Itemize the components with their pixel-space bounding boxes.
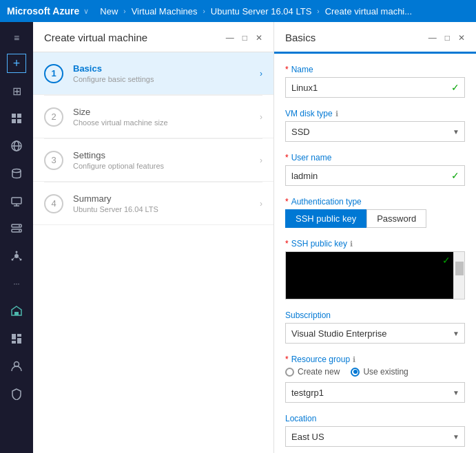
step-4-desc: Ubuntu Server 16.04 LTS — [73, 205, 260, 213]
wizard-panel: Create virtual machine — □ ✕ 1 Basics Co… — [33, 22, 274, 453]
breadcrumb-vms[interactable]: Virtual Machines — [132, 6, 198, 17]
hamburger-menu-icon[interactable]: ≡ — [4, 28, 29, 48]
storage-icon[interactable] — [4, 216, 29, 241]
svg-line-21 — [13, 257, 14, 259]
resource-group-label: Resource group ℹ — [285, 355, 465, 364]
step-1-number: 1 — [44, 64, 63, 83]
step-2-number: 2 — [44, 107, 63, 127]
vm-disk-select[interactable]: SSD HDD — [285, 121, 465, 142]
wizard-step-size[interactable]: 2 Size Choose virtual machine size › — [33, 96, 273, 138]
location-select[interactable]: East US — [285, 426, 465, 447]
wizard-close-button[interactable]: ✕ — [256, 33, 262, 43]
main-layout: ≡ + ⊞ ··· — [0, 22, 476, 453]
ssh-key-label: SSH public key ℹ — [285, 239, 465, 249]
marketplace-icon[interactable] — [4, 299, 29, 324]
breadcrumb-new[interactable]: New — [100, 6, 118, 17]
vm-disk-field-group: VM disk type ℹ SSD HDD ▼ — [285, 109, 465, 142]
password-button[interactable]: Password — [366, 209, 426, 228]
ssh-key-info-icon[interactable]: ℹ — [350, 240, 353, 249]
vm-disk-info-icon[interactable]: ℹ — [335, 109, 338, 118]
create-new-radio[interactable] — [285, 368, 294, 377]
create-new-option[interactable]: Create new — [285, 367, 340, 377]
username-input[interactable] — [285, 165, 465, 186]
svg-rect-0 — [12, 114, 16, 118]
form-minimize-button[interactable]: — — [428, 33, 437, 43]
wizard-panel-header: Create virtual machine — □ ✕ — [33, 22, 273, 52]
svg-rect-27 — [17, 338, 21, 344]
ssh-key-checkmark-icon: ✓ — [442, 255, 451, 266]
step-3-number: 3 — [44, 151, 63, 170]
vm-disk-label: VM disk type ℹ — [285, 109, 465, 118]
step-2-chevron: › — [260, 112, 262, 122]
subscription-select[interactable]: Visual Studio Enterprise — [285, 323, 465, 344]
breadcrumb-sep-2: › — [123, 8, 125, 15]
step-1-name: Basics — [73, 63, 260, 74]
wizard-steps: 1 Basics Configure basic settings › 2 Si… — [33, 52, 273, 453]
brand-logo[interactable]: Microsoft Azure — [7, 6, 79, 17]
step-4-chevron: › — [260, 199, 262, 209]
auth-type-field-group: Authentication type SSH public key Passw… — [285, 197, 465, 228]
svg-point-13 — [19, 225, 20, 226]
resource-group-select[interactable]: testgrp1 — [285, 382, 465, 403]
resource-group-select-wrapper: testgrp1 ▼ — [285, 382, 465, 403]
svg-rect-1 — [17, 114, 21, 118]
wizard-step-settings[interactable]: 3 Settings Configure optional features › — [33, 139, 273, 182]
globe-icon[interactable] — [4, 134, 29, 158]
all-resources-icon[interactable] — [4, 106, 29, 131]
ssh-key-content — [286, 252, 453, 299]
form-maximize-button[interactable]: □ — [445, 33, 450, 43]
ssh-key-button[interactable]: SSH public key — [285, 209, 366, 228]
step-3-desc: Configure optional features — [73, 162, 260, 170]
username-checkmark-icon: ✓ — [451, 170, 459, 181]
wizard-panel-controls: — □ ✕ — [226, 33, 262, 43]
location-field-group: Location East US ▼ — [285, 414, 465, 447]
sql-icon[interactable] — [4, 161, 29, 186]
username-label: User name — [285, 153, 465, 162]
use-existing-option[interactable]: Use existing — [351, 367, 408, 377]
auth-type-label: Authentication type — [285, 197, 465, 207]
breadcrumb-ubuntu[interactable]: Ubuntu Server 16.04 LTS — [211, 6, 311, 17]
name-input[interactable] — [285, 77, 465, 98]
more-services-icon[interactable]: ··· — [4, 271, 29, 296]
ssh-key-scrollbar[interactable] — [453, 252, 464, 299]
network-icon[interactable] — [4, 244, 29, 268]
ssh-key-input-wrapper[interactable]: ✓ — [285, 251, 465, 299]
name-checkmark-icon: ✓ — [451, 82, 459, 93]
brand-chevron: ∨ — [83, 7, 89, 16]
svg-rect-26 — [12, 341, 16, 344]
step-2-desc: Choose virtual machine size — [73, 118, 260, 127]
security-icon[interactable] — [4, 381, 29, 406]
step-3-chevron: › — [260, 156, 262, 165]
form-close-button[interactable]: ✕ — [458, 33, 465, 43]
step-1-desc: Configure basic settings — [73, 75, 260, 83]
wizard-step-basics[interactable]: 1 Basics Configure basic settings › — [33, 52, 273, 95]
breadcrumb-sep-4: › — [317, 8, 319, 15]
svg-point-15 — [14, 254, 19, 258]
vms-icon[interactable] — [4, 189, 29, 213]
user-icon[interactable] — [4, 354, 29, 379]
resource-group-radio-group: Create new Use existing — [285, 367, 465, 377]
svg-rect-24 — [12, 334, 16, 339]
form-panel: Basics — □ ✕ Name ✓ VM disk type ℹ — [274, 22, 476, 453]
step-3-info: Settings Configure optional features — [73, 150, 260, 170]
form-panel-header: Basics — □ ✕ — [274, 22, 476, 54]
wizard-step-summary[interactable]: 4 Summary Ubuntu Server 16.04 LTS › — [33, 182, 273, 225]
username-input-wrapper: ✓ — [285, 165, 465, 186]
svg-point-7 — [12, 169, 21, 173]
use-existing-radio[interactable] — [351, 368, 360, 377]
wizard-minimize-button[interactable]: — — [226, 33, 234, 43]
name-field-group: Name ✓ — [285, 65, 465, 98]
resource-group-info-icon[interactable]: ℹ — [353, 355, 355, 364]
subscription-field-group: Subscription Visual Studio Enterprise ▼ — [285, 310, 465, 344]
step-4-name: Summary — [73, 193, 260, 204]
dashboard2-icon[interactable] — [4, 326, 29, 351]
top-bar: Microsoft Azure ∨ New › Virtual Machines… — [0, 0, 476, 22]
dashboard-icon[interactable]: ⊞ — [4, 78, 29, 103]
svg-line-20 — [19, 257, 20, 259]
new-resource-button[interactable]: + — [7, 54, 26, 73]
wizard-maximize-button[interactable]: □ — [242, 33, 247, 43]
use-existing-label: Use existing — [363, 367, 408, 377]
svg-rect-2 — [12, 119, 16, 123]
svg-rect-3 — [17, 119, 21, 123]
create-new-label: Create new — [298, 367, 340, 377]
